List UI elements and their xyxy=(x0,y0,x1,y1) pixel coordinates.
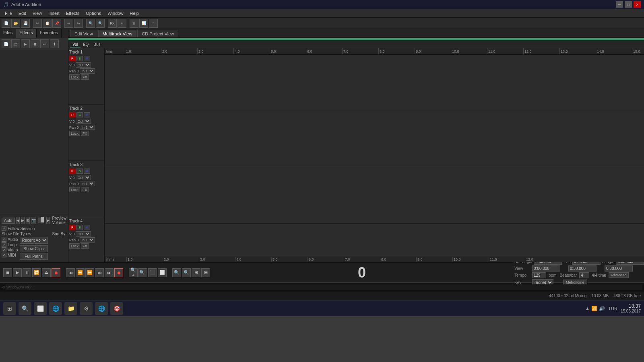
track-2-out[interactable]: Out 1 xyxy=(76,119,91,124)
tb-spectrum[interactable]: 〰 xyxy=(149,19,158,28)
zoom-fit-button[interactable]: ⬛ xyxy=(148,268,157,277)
chrome-icon[interactable]: 🌐 xyxy=(95,302,108,315)
pause-button[interactable]: ⏸ xyxy=(23,268,31,277)
view-begin-input[interactable] xyxy=(532,265,560,272)
volume-slider[interactable] xyxy=(38,218,45,223)
audio-checkbox[interactable]: ✓ xyxy=(2,237,6,242)
tab-multitrack-view[interactable]: Multitrack View xyxy=(98,30,137,37)
tray-volume[interactable]: 🔊 xyxy=(599,306,605,311)
full-paths-button[interactable]: Full Paths xyxy=(20,253,48,260)
track-1-fx[interactable]: FX xyxy=(81,74,89,80)
tray-arrow[interactable]: ▲ xyxy=(585,306,590,311)
tb-redo[interactable]: ↪ xyxy=(74,19,83,28)
zoom-v-out[interactable]: 🔍 xyxy=(182,268,191,277)
bl-btn3[interactable]: ⊞ xyxy=(26,217,30,224)
video-checkbox[interactable]: ✓ xyxy=(2,247,6,252)
view-length-input[interactable] xyxy=(605,265,633,272)
task-view[interactable]: ⬜ xyxy=(34,302,47,315)
zoom-v-in[interactable]: 🔍 xyxy=(172,268,181,277)
panel-icon-6[interactable]: ⬆ xyxy=(50,39,59,48)
track-3-in[interactable]: In 1 xyxy=(80,181,95,186)
panel-icon-4[interactable]: ⏹ xyxy=(31,39,39,48)
panel-icon-5[interactable]: ↩ xyxy=(40,39,49,48)
view-end-input[interactable] xyxy=(568,265,597,272)
track-4-lock[interactable]: Lock xyxy=(69,243,80,249)
menu-options[interactable]: Options xyxy=(83,10,104,16)
menu-window[interactable]: Window xyxy=(104,10,126,16)
tab-favorites[interactable]: Favorites xyxy=(37,29,62,38)
zoom-out-button[interactable]: 🔍- xyxy=(138,268,147,277)
tempo-input[interactable] xyxy=(532,272,546,278)
start-button[interactable]: ⊞ xyxy=(3,302,16,315)
track-3-mute[interactable]: M xyxy=(84,169,90,174)
track-3-fx[interactable]: FX xyxy=(81,187,89,192)
menu-help[interactable]: Help xyxy=(126,10,142,16)
eject-button[interactable]: ⏏ xyxy=(42,268,51,277)
bl-btn1[interactable]: ◀ xyxy=(16,217,20,224)
zoom-in-button[interactable]: 🔍+ xyxy=(129,268,138,277)
tab-effects[interactable]: Effects xyxy=(16,29,36,38)
track-4-in[interactable]: In 1 xyxy=(80,237,95,243)
subtab-vol[interactable]: Vol xyxy=(70,42,80,47)
track-2-mute[interactable]: M xyxy=(84,112,90,117)
panel-icon-3[interactable]: ▶ xyxy=(21,39,30,48)
track-2-fx[interactable]: FX xyxy=(81,131,89,136)
beats-bar-input[interactable] xyxy=(579,272,589,278)
loop-button[interactable]: 🔁 xyxy=(32,268,41,277)
app-icon[interactable]: 🎯 xyxy=(110,302,123,315)
zoom-v-all[interactable]: ⊟ xyxy=(201,268,210,277)
tb-cut[interactable]: ✂ xyxy=(33,19,42,28)
tb-zoom-in[interactable]: 🔍 xyxy=(86,19,95,28)
track-4-mute[interactable]: M xyxy=(84,225,90,230)
maximize-button[interactable]: □ xyxy=(625,1,632,8)
track-3-solo[interactable]: S xyxy=(76,169,83,174)
track-1-mute[interactable]: M xyxy=(84,56,90,61)
record-button[interactable]: ⏺ xyxy=(52,268,60,277)
track-2-solo[interactable]: S xyxy=(76,112,83,117)
panel-icon-1[interactable]: 📄 xyxy=(2,39,10,48)
tb-eq[interactable]: ≈ xyxy=(118,19,126,28)
track-3-lock[interactable]: Lock xyxy=(69,187,80,192)
menu-view[interactable]: View xyxy=(29,10,45,16)
tb-new[interactable]: 📄 xyxy=(2,19,10,28)
to-start-button[interactable]: ⏮ xyxy=(66,268,75,277)
track-1-in[interactable]: In 1 xyxy=(80,68,95,74)
play-button[interactable]: ▶ xyxy=(13,268,22,277)
track-4-solo[interactable]: S xyxy=(76,225,83,230)
track-2-in[interactable]: In 1 xyxy=(80,125,95,130)
follow-session-checkbox[interactable]: ✓ xyxy=(2,226,6,231)
tb-fx[interactable]: FX xyxy=(108,19,117,28)
bl-btn5[interactable]: ▶ xyxy=(46,217,50,224)
subtab-eq[interactable]: EQ xyxy=(80,42,91,47)
menu-insert[interactable]: Insert xyxy=(45,10,63,16)
track-1-solo[interactable]: S xyxy=(76,56,83,61)
tb-paste[interactable]: 📌 xyxy=(52,19,61,28)
stop-button[interactable]: ⏹ xyxy=(3,268,12,277)
auto-button[interactable]: Auto xyxy=(2,218,15,224)
tab-edit-view[interactable]: Edit View xyxy=(70,30,97,37)
advanced-button[interactable]: Advanced xyxy=(609,272,629,278)
tb-undo[interactable]: ↩ xyxy=(64,19,73,28)
bl-btn2[interactable]: ▶ xyxy=(21,217,25,224)
tb-open[interactable]: 📂 xyxy=(11,19,20,28)
zoom-v-fit[interactable]: ⊞ xyxy=(192,268,200,277)
skip-button[interactable]: ⏭ xyxy=(105,268,114,277)
search-taskbar[interactable]: 🔍 xyxy=(19,302,31,315)
track-1-record[interactable]: R xyxy=(69,56,76,61)
bl-btn4[interactable]: 📷 xyxy=(31,217,36,224)
tb-analyze[interactable]: 📊 xyxy=(139,19,148,28)
track-2-record[interactable]: R xyxy=(69,112,76,117)
track-2-lock[interactable]: Lock xyxy=(69,131,80,136)
rewind-button[interactable]: ⏪ xyxy=(76,268,85,277)
tb-zoom-out[interactable]: 🔍 xyxy=(96,19,105,28)
subtab-bus[interactable]: Bus xyxy=(91,42,103,47)
tab-cd-project-view[interactable]: CD Project View xyxy=(137,30,178,37)
tray-network[interactable]: 📶 xyxy=(591,306,597,311)
tb-save[interactable]: 💾 xyxy=(21,19,30,28)
minimize-button[interactable]: ─ xyxy=(616,1,623,8)
close-button[interactable]: ✕ xyxy=(634,1,641,8)
ff-button[interactable]: ⏩ xyxy=(85,268,94,277)
menu-effects[interactable]: Effects xyxy=(63,10,83,16)
record2-button[interactable]: ⏺ xyxy=(114,268,123,277)
tb-mix[interactable]: ⊞ xyxy=(130,19,138,28)
